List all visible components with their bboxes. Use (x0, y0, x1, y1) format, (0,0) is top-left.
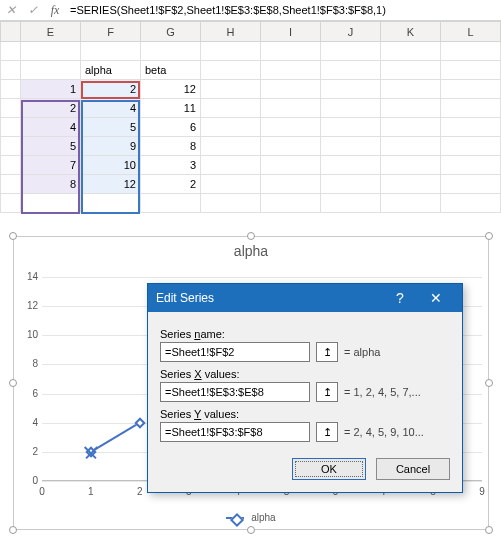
selection-handle[interactable] (485, 379, 493, 387)
cell-g5[interactable]: 6 (141, 118, 201, 137)
cell-f6[interactable]: 9 (81, 137, 141, 156)
y-tick-label: 6 (20, 388, 38, 399)
grid-row[interactable] (1, 42, 501, 61)
cell-g6[interactable]: 8 (141, 137, 201, 156)
x-tick-label: 0 (39, 486, 45, 497)
chart-legend[interactable]: alpha (14, 512, 488, 523)
grid-row[interactable] (1, 194, 501, 213)
grid-row[interactable]: 2 4 11 (1, 99, 501, 118)
grid-row[interactable]: 8 12 2 (1, 175, 501, 194)
cell-f4[interactable]: 4 (81, 99, 141, 118)
cell-g7[interactable]: 3 (141, 156, 201, 175)
y-tick-label: 4 (20, 417, 38, 428)
cancel-formula-icon[interactable]: ✕ (0, 3, 22, 18)
cell-e6[interactable]: 5 (21, 137, 81, 156)
selection-handle[interactable] (247, 232, 255, 240)
series-name-preview: = alpha (344, 346, 380, 358)
cell-g4[interactable]: 11 (141, 99, 201, 118)
y-tick-label: 2 (20, 446, 38, 457)
cell-f5[interactable]: 5 (81, 118, 141, 137)
series-y-preview: = 2, 4, 5, 9, 10... (344, 426, 424, 438)
y-tick-label: 12 (20, 300, 38, 311)
grid-row[interactable]: alpha beta (1, 61, 501, 80)
fx-icon[interactable]: fx (44, 3, 66, 18)
col-header-h[interactable]: H (201, 22, 261, 42)
cell-g3[interactable]: 12 (141, 80, 201, 99)
cell-e8[interactable]: 8 (21, 175, 81, 194)
series-y-input[interactable] (160, 422, 310, 442)
col-header-i[interactable]: I (261, 22, 321, 42)
legend-marker-icon (226, 517, 244, 519)
x-tick-label: 2 (137, 486, 143, 497)
cell-f7[interactable]: 10 (81, 156, 141, 175)
y-tick-label: 0 (20, 475, 38, 486)
cancel-button[interactable]: Cancel (376, 458, 450, 480)
spreadsheet-grid[interactable]: E F G H I J K L alpha beta 1 2 12 2 4 11… (0, 21, 501, 213)
grid-row[interactable]: 4 5 6 (1, 118, 501, 137)
selection-handle[interactable] (9, 526, 17, 534)
cell-g8[interactable]: 2 (141, 175, 201, 194)
collapse-ref-button[interactable]: ↥ (316, 382, 338, 402)
col-header-g[interactable]: G (141, 22, 201, 42)
cell-e4[interactable]: 2 (21, 99, 81, 118)
series-x-input[interactable] (160, 382, 310, 402)
selection-handle[interactable] (9, 232, 17, 240)
ref-icon: ↥ (323, 346, 332, 359)
series-x-label: Series X values: (160, 368, 450, 380)
collapse-ref-button[interactable]: ↥ (316, 342, 338, 362)
close-button[interactable]: ✕ (418, 290, 454, 306)
cell-e5[interactable]: 4 (21, 118, 81, 137)
dialog-titlebar[interactable]: Edit Series ? ✕ (148, 284, 462, 312)
collapse-ref-button[interactable]: ↥ (316, 422, 338, 442)
selection-handle[interactable] (485, 526, 493, 534)
col-header-j[interactable]: J (321, 22, 381, 42)
y-tick-label: 14 (20, 271, 38, 282)
col-header-e[interactable]: E (21, 22, 81, 42)
cell-f3[interactable]: 2 (81, 80, 141, 99)
col-header-k[interactable]: K (381, 22, 441, 42)
selection-handle[interactable] (9, 379, 17, 387)
x-tick-label: 1 (88, 486, 94, 497)
ref-icon: ↥ (323, 386, 332, 399)
edit-series-dialog: Edit Series ? ✕ Series name: ↥ = alpha S… (147, 283, 463, 493)
series-y-label: Series Y values: (160, 408, 450, 420)
cell-g2[interactable]: beta (141, 61, 201, 80)
formula-bar: ✕ ✓ fx (0, 0, 501, 21)
col-header-l[interactable]: L (441, 22, 501, 42)
grid-row[interactable]: 1 2 12 (1, 80, 501, 99)
selection-handle[interactable] (247, 526, 255, 534)
cell-f2[interactable]: alpha (81, 61, 141, 80)
x-tick-label: 9 (479, 486, 485, 497)
grid-row[interactable]: 5 9 8 (1, 137, 501, 156)
row-gutter (1, 22, 21, 42)
cell-e7[interactable]: 7 (21, 156, 81, 175)
y-tick-label: 10 (20, 329, 38, 340)
dialog-body: Series name: ↥ = alpha Series X values: … (148, 312, 462, 450)
series-name-input[interactable] (160, 342, 310, 362)
sheet-area[interactable]: E F G H I J K L alpha beta 1 2 12 2 4 11… (0, 21, 501, 235)
col-header-f[interactable]: F (81, 22, 141, 42)
data-point-marker[interactable] (85, 446, 96, 457)
ok-button[interactable]: OK (292, 458, 366, 480)
help-button[interactable]: ? (382, 290, 418, 306)
legend-label: alpha (251, 512, 275, 523)
y-tick-label: 8 (20, 358, 38, 369)
dialog-title: Edit Series (156, 291, 214, 305)
cell-f8[interactable]: 12 (81, 175, 141, 194)
selection-handle[interactable] (485, 232, 493, 240)
series-x-preview: = 1, 2, 4, 5, 7,... (344, 386, 421, 398)
formula-input[interactable] (66, 4, 501, 16)
enter-formula-icon[interactable]: ✓ (22, 3, 44, 18)
series-name-label: Series name: (160, 328, 450, 340)
grid-row[interactable]: 7 10 3 (1, 156, 501, 175)
cell-e3[interactable]: 1 (21, 80, 81, 99)
ref-icon: ↥ (323, 426, 332, 439)
chart-title[interactable]: alpha (14, 243, 488, 259)
